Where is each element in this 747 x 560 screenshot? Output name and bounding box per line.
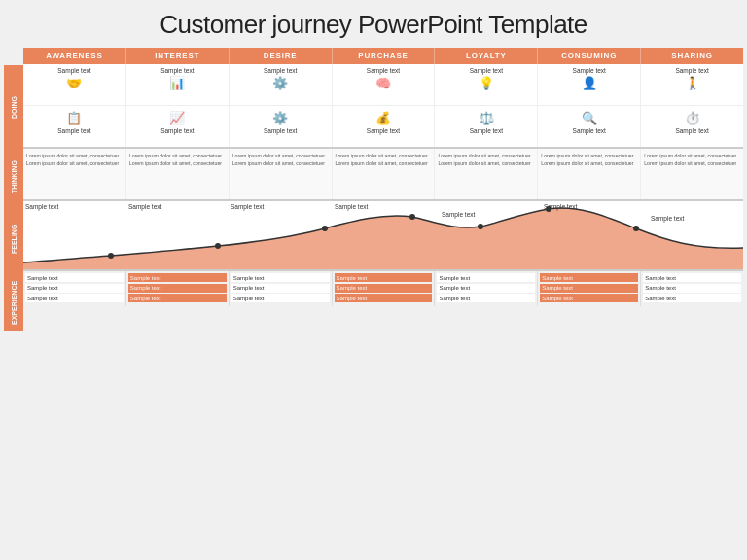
- header-purchase: PURCHASE: [333, 48, 436, 64]
- thinking-awareness: Lorem ipsum dolor sit amet, consectetuer…: [23, 149, 126, 199]
- exp-consuming-3: Sample text: [540, 294, 638, 302]
- exp-purchase-1: Sample text: [335, 273, 433, 282]
- bulb-icon: 💡: [479, 76, 494, 90]
- thinking-interest: Lorem ipsum dolor sit amet, consectetuer…: [126, 149, 230, 199]
- header-row: AWARENESS INTEREST DESIRE PURCHASE LOYAL…: [23, 48, 743, 64]
- exp-awareness-1: Sample text: [25, 273, 124, 282]
- exp-loyalty-1: Sample text: [437, 273, 535, 282]
- trending-icon: 📈: [169, 111, 185, 125]
- doing-top-loyalty: Sample text 💡: [435, 64, 538, 105]
- header-loyalty: LOYALTY: [435, 48, 538, 64]
- exp-consuming: Sample text Sample text Sample text: [538, 271, 641, 306]
- doing-top-row: Sample text 🤝 Sample text 📊 Sample text …: [23, 64, 743, 106]
- header-consuming: CONSUMING: [538, 48, 641, 64]
- doing-top-interest: Sample text 📊: [126, 64, 230, 105]
- svg-point-1: [215, 243, 221, 249]
- page: Customer journey PowerPoint Template DOI…: [0, 0, 747, 560]
- doing-bottom-loyalty: ⚖️ Sample text: [435, 106, 538, 147]
- exp-sharing: Sample text Sample text Sample text: [641, 271, 743, 306]
- exp-awareness-3: Sample text: [25, 294, 124, 302]
- person-icon: 👤: [582, 76, 597, 90]
- doing-top-sharing: Sample text 🚶: [641, 64, 743, 105]
- exp-interest: Sample text Sample text Sample text: [126, 271, 230, 306]
- feeling-text-interest: Sample text: [128, 203, 161, 210]
- feeling-text-purchase: Sample text: [335, 203, 368, 210]
- exp-purchase-2: Sample text: [335, 284, 433, 293]
- svg-point-2: [322, 226, 328, 231]
- exp-awareness: Sample text Sample text Sample text: [23, 271, 126, 306]
- exp-sharing-1: Sample text: [643, 273, 741, 282]
- exp-sharing-2: Sample text: [643, 284, 741, 293]
- header-interest: INTEREST: [126, 48, 230, 64]
- brain-icon: 🧠: [375, 76, 391, 90]
- svg-point-6: [633, 226, 639, 231]
- exp-desire-2: Sample text: [231, 284, 330, 293]
- header-awareness: AWARENESS: [23, 48, 126, 64]
- feeling-text-sharing: Sample text: [651, 215, 684, 222]
- header-sharing: SHARING: [641, 48, 743, 64]
- feeling-text-desire: Sample text: [231, 203, 264, 210]
- exp-purchase: Sample text Sample text Sample text: [333, 271, 436, 306]
- doing-bottom-row: 📋 Sample text 📈 Sample text ⚙️ Sample te…: [23, 106, 743, 149]
- exp-interest-3: Sample text: [128, 294, 227, 302]
- thinking-row: Lorem ipsum dolor sit amet, consectetuer…: [23, 149, 743, 201]
- doing-bottom-consuming: 🔍 Sample text: [538, 106, 641, 147]
- settings-icon: ⚙️: [272, 111, 288, 125]
- exp-desire-3: Sample text: [231, 294, 330, 302]
- exp-consuming-2: Sample text: [540, 284, 638, 293]
- doing-bottom-interest: 📈 Sample text: [126, 106, 230, 147]
- thinking-loyalty: Lorem ipsum dolor sit amet, consectetuer…: [435, 149, 538, 199]
- thinking-sharing: Lorem ipsum dolor sit amet, consectetuer…: [641, 149, 743, 199]
- header-desire: DESIRE: [230, 48, 333, 64]
- exp-purchase-3: Sample text: [335, 294, 433, 302]
- experience-row: Sample text Sample text Sample text Samp…: [23, 271, 743, 306]
- exp-loyalty: Sample text Sample text Sample text: [435, 271, 538, 306]
- doing-bottom-awareness: 📋 Sample text: [23, 106, 126, 147]
- feeling-text-consuming: Sample text: [544, 203, 577, 210]
- exp-loyalty-3: Sample text: [437, 294, 535, 302]
- svg-point-4: [478, 224, 483, 229]
- timer-icon: ⏱️: [685, 111, 700, 125]
- svg-point-0: [108, 253, 114, 259]
- doing-top-purchase: Sample text 🧠: [333, 64, 436, 105]
- thinking-desire: Lorem ipsum dolor sit amet, consectetuer…: [230, 149, 333, 199]
- doing-bottom-purchase: 💰 Sample text: [333, 106, 436, 147]
- exp-sharing-3: Sample text: [643, 294, 741, 302]
- search-icon: 🔍: [582, 111, 597, 125]
- exp-awareness-2: Sample text: [25, 284, 124, 293]
- money-icon: 💰: [375, 111, 391, 125]
- thinking-consuming: Lorem ipsum dolor sit amet, consectetuer…: [538, 149, 641, 199]
- chart-icon: 📊: [169, 76, 185, 90]
- feeling-row: Sample text Sample text Sample text Samp…: [23, 201, 743, 271]
- svg-point-3: [409, 214, 415, 220]
- side-label-doing: DOING: [4, 65, 23, 151]
- doing-top-awareness: Sample text 🤝: [23, 64, 126, 105]
- page-title: Customer journey PowerPoint Template: [0, 0, 747, 48]
- side-label-thinking: THINKING: [4, 151, 23, 204]
- doing-top-consuming: Sample text 👤: [538, 64, 641, 105]
- walk-icon: 🚶: [685, 76, 700, 90]
- feeling-text-loyalty: Sample text: [442, 211, 475, 218]
- exp-desire: Sample text Sample text Sample text: [230, 271, 333, 306]
- feeling-text-awareness: Sample text: [25, 203, 58, 210]
- exp-interest-2: Sample text: [128, 284, 227, 293]
- gear-icon: ⚙️: [272, 76, 288, 90]
- thinking-purchase: Lorem ipsum dolor sit amet, consectetuer…: [333, 149, 436, 199]
- exp-desire-1: Sample text: [231, 273, 330, 282]
- balance-icon: ⚖️: [479, 111, 494, 125]
- handshake-icon: 🤝: [66, 76, 82, 90]
- exp-loyalty-2: Sample text: [437, 284, 535, 293]
- side-label-experience: EXPERIENCE: [4, 274, 23, 331]
- clipboard-icon: 📋: [66, 111, 82, 125]
- doing-bottom-desire: ⚙️ Sample text: [230, 106, 333, 147]
- exp-interest-1: Sample text: [128, 273, 227, 282]
- doing-bottom-sharing: ⏱️ Sample text: [641, 106, 743, 147]
- doing-top-desire: Sample text ⚙️: [230, 64, 333, 105]
- exp-consuming-1: Sample text: [540, 273, 638, 282]
- side-label-feeling: FEELING: [4, 204, 23, 274]
